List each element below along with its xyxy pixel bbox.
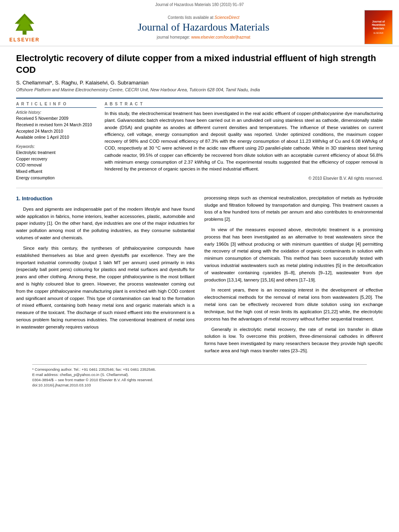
body-col-right: processing steps such as chemical neutra… [204, 195, 383, 358]
article-meta: A R T I C L E I N F O Article history: R… [16, 98, 383, 181]
authors: S. Chellammal*, S. Raghu, P. Kalaiselvi,… [16, 80, 383, 86]
intro-para-4: In view of the measures exposed above, e… [204, 226, 383, 284]
article-info-title: A R T I C L E I N F O [16, 102, 97, 108]
intro-para-3: processing steps such as chemical neutra… [204, 195, 383, 223]
received-date: Received 5 November 2009 [16, 115, 97, 121]
intro-para-5: In recent years, there is an increasing … [204, 287, 383, 322]
abstract-section: A B S T R A C T In this study, the elect… [105, 102, 383, 181]
accepted-date: Accepted 24 March 2010 [16, 128, 97, 134]
section-divider [16, 188, 383, 188]
journal-citation: Journal of Hazardous Materials 180 (2010… [0, 2, 399, 7]
keywords-label: Keywords: [16, 144, 97, 149]
intro-para-6: Generally in electrolytic metal recovery… [204, 326, 383, 355]
abstract-text: In this study, the electrochemical treat… [105, 110, 383, 173]
page-footer: * Corresponding author. Tel.: +91 0461 2… [32, 364, 367, 387]
affiliation: Offshore Platform and Marine Electrochem… [16, 87, 383, 92]
article-info: A R T I C L E I N F O Article history: R… [16, 102, 97, 181]
journal-title: Journal of Hazardous Materials [43, 21, 364, 33]
body-columns: 1. Introduction Dyes and pigments are in… [16, 195, 383, 358]
keyword-2: Copper recovery [16, 156, 97, 162]
sciencedirect-link[interactable]: ScienceDirect [214, 15, 239, 20]
elsevier-logo: ELSEVIER [6, 12, 43, 43]
page-wrapper: Journal of Hazardous Materials 180 (2010… [0, 0, 399, 394]
journal-center: Contents lists available at ScienceDirec… [43, 15, 364, 39]
issn-line: 0304-3894/$ – see front matter © 2010 El… [32, 378, 367, 382]
thumb-journal-name: Journal ofHazardousMaterials [372, 20, 385, 30]
doi-line: doi:10.1016/j.jhazmat.2010.03.103 [32, 383, 367, 387]
keyword-5: Energy consumption [16, 175, 97, 181]
main-content: Electrolytic recovery of dilute copper f… [0, 46, 399, 394]
intro-para-2: Since early this century, the syntheses … [16, 245, 195, 331]
elsevier-tree-icon [10, 12, 39, 36]
svg-rect-0 [23, 31, 27, 35]
copyright-line: © 2010 Elsevier B.V. All rights reserved… [105, 176, 383, 181]
revised-date: Received in revised form 24 March 2010 [16, 122, 97, 128]
abstract-title: A B S T R A C T [105, 102, 383, 108]
thumb-detail: ELSEVIER [374, 32, 383, 34]
article-title: Electrolytic recovery of dilute copper f… [16, 53, 383, 76]
svg-marker-2 [17, 16, 32, 30]
keywords-section: Keywords: Electrolytic treatment Copper … [16, 144, 97, 181]
intro-para-1: Dyes and pigments are indispensable part… [16, 206, 195, 242]
online-date: Available online 1 April 2010 [16, 134, 97, 140]
sciencedirect-line: Contents lists available at ScienceDirec… [43, 15, 364, 20]
intro-heading: 1. Introduction [16, 195, 195, 203]
history-label: Article history: [16, 110, 97, 115]
body-col-left: 1. Introduction Dyes and pigments are in… [16, 195, 195, 358]
keyword-3: COD removal [16, 162, 97, 168]
header-inner: ELSEVIER Contents lists available at Sci… [0, 8, 399, 46]
journal-cover-thumbnail: Journal ofHazardousMaterials ELSEVIER [364, 10, 393, 44]
keyword-4: Mixed effluent [16, 168, 97, 175]
journal-homepage-line: journal homepage: www.elsevier.com/locat… [43, 35, 364, 39]
keyword-1: Electrolytic treatment [16, 150, 97, 156]
journal-header: Journal of Hazardous Materials 180 (2010… [0, 0, 399, 46]
journal-homepage-link[interactable]: www.elsevier.com/locate/jhazmat [191, 35, 250, 39]
email-note: E-mail address: chellas_p@yahoo.co.in (S… [32, 372, 367, 377]
elsevier-label: ELSEVIER [9, 37, 39, 43]
corresponding-note: * Corresponding author. Tel.: +91 0461 2… [32, 367, 367, 372]
